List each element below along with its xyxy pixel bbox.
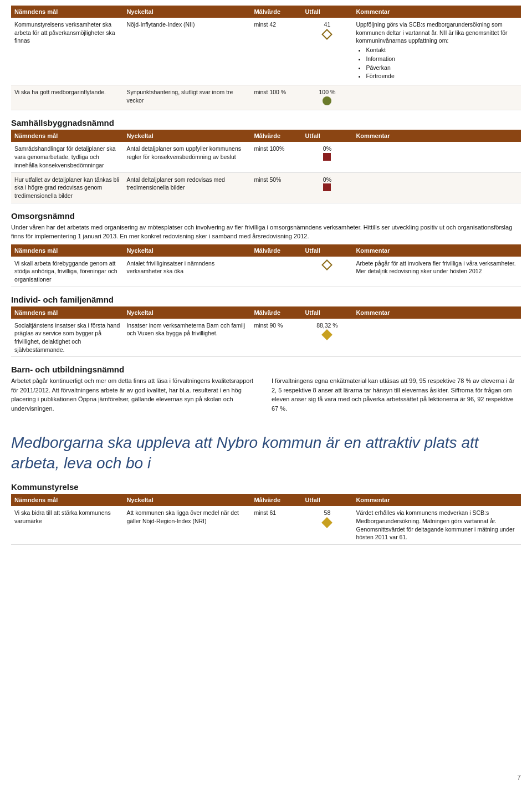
header-utfall: Utfall — [301, 130, 352, 142]
indicator-diamond-outline-2 — [321, 259, 332, 270]
malvarde-cell: minst 90 % — [250, 319, 301, 357]
individ-table: Nämndens mål Nyckeltal Målvärde Utfall K… — [11, 306, 521, 357]
barn-utbildning-content: Arbetet pågår kontinuerligt och mer om d… — [11, 376, 521, 416]
header-kommentar: Kommentar — [352, 494, 521, 506]
utfall-cell: 88,32 % — [301, 319, 352, 357]
nyckeltal-cell: Antal deltaljplaner som redovisas med tr… — [123, 172, 250, 203]
samhallsbyggnad-table: Nämndens mål Nyckeltal Målvärde Utfall K… — [11, 130, 521, 203]
kommentar-cell: Värdet erhålles via kommunens medverkan … — [352, 506, 521, 544]
barn-utbildning-left-text: Arbetet pågår kontinuerligt och mer om d… — [11, 376, 260, 413]
utfall-cell: 41 — [301, 18, 352, 85]
table-row: Vi ska ha gott medborgarinflytande. Synp… — [11, 85, 521, 110]
malvarde-cell: minst 100% — [250, 142, 301, 172]
header-utfall: Utfall — [301, 244, 352, 257]
omsorg-heading: Omsorgsnämnd — [11, 211, 521, 221]
indicator-square-red-2 — [323, 183, 331, 191]
header-mal: Nämndens mål — [11, 494, 123, 506]
malvarde-cell: minst 61 — [250, 506, 301, 544]
utfall-cell: 0% — [301, 142, 352, 172]
header-kommentar: Kommentar — [352, 306, 521, 319]
table-row: Vi ska bidra till att stärka kommunens v… — [11, 506, 521, 544]
kommentar-cell: Arbete pågår för att involvera fler friv… — [352, 257, 521, 287]
mal-cell: Vi ska ha gott medborgarinflytande. — [11, 85, 123, 110]
list-item: Kontakt — [366, 46, 518, 55]
omsorg-intro: Under våren har det arbetats med organis… — [11, 223, 521, 241]
omsorg-table: Nämndens mål Nyckeltal Målvärde Utfall K… — [11, 244, 521, 287]
nyckeltal-cell: Insatser inom verksamheterna Barn och fa… — [123, 319, 250, 357]
mal-cell: Vi ska bidra till att stärka kommunens v… — [11, 506, 123, 544]
nyckeltal-cell: Antal detaljplaner som uppfyller kommune… — [123, 142, 250, 172]
header-kommentar: Kommentar — [352, 6, 521, 18]
table-row: Hur utfallet av detaljplaner kan tänkas … — [11, 172, 521, 203]
indicator-square-red — [323, 153, 331, 161]
kommunstyrelse-top-table: Nämndens mål Nyckeltal Målvärde Utfall K… — [11, 6, 521, 110]
kommunstyrelse-bottom-heading: Kommunstyrelse — [11, 482, 521, 492]
header-utfall: Utfall — [301, 494, 352, 506]
barn-utbildning-right: I förvaltningens egna enkätmaterial kan … — [272, 376, 521, 416]
nyckeltal-cell: Antalet frivilliginsatser i nämndens ver… — [123, 257, 250, 287]
header-nyckeltal: Nyckeltal — [123, 494, 250, 506]
header-nyckeltal: Nyckeltal — [123, 306, 250, 319]
indicator-diamond-outline — [321, 29, 332, 40]
header-utfall: Utfall — [301, 306, 352, 319]
header-malvarde: Målvärde — [250, 306, 301, 319]
mal-cell: Hur utfallet av detaljplaner kan tänkas … — [11, 172, 123, 203]
header-mal: Nämndens mål — [11, 130, 123, 142]
header-malvarde: Målvärde — [250, 130, 301, 142]
mal-cell: Samrådshandlingar för detaljplaner ska v… — [11, 142, 123, 172]
list-item: Information — [366, 55, 518, 64]
header-malvarde: Målvärde — [250, 6, 301, 18]
mal-cell: Vi skall arbeta förebyggande genom att s… — [11, 257, 123, 287]
header-nyckeltal: Nyckeltal — [123, 244, 250, 257]
indicator-diamond-filled — [321, 329, 332, 340]
big-headline: Medborgarna ska uppleva att Nybro kommun… — [11, 433, 521, 473]
header-kommentar: Kommentar — [352, 244, 521, 257]
list-item: Förtroende — [366, 72, 518, 81]
indicator-diamond-filled-2 — [321, 517, 332, 528]
nyckeltal-cell: Att kommunen ska ligga över medel när de… — [123, 506, 250, 544]
header-malvarde: Målvärde — [250, 494, 301, 506]
barn-utbildning-heading: Barn- och utbildningsnämnd — [11, 365, 521, 374]
barn-utbildning-left: Arbetet pågår kontinuerligt och mer om d… — [11, 376, 260, 416]
header-malvarde: Målvärde — [250, 244, 301, 257]
header-nyckeltal: Nyckeltal — [123, 6, 250, 18]
header-mal: Nämndens mål — [11, 306, 123, 319]
malvarde-cell: minst 50% — [250, 172, 301, 203]
header-kommentar: Kommentar — [352, 130, 521, 142]
nyckeltal-cell: Nöjd-Inflytande-Index (NII) — [123, 18, 250, 85]
kommentar-cell — [352, 319, 521, 357]
table-row: Samrådshandlingar för detaljplaner ska v… — [11, 142, 521, 172]
malvarde-cell — [250, 257, 301, 287]
header-utfall: Utfall — [301, 6, 352, 18]
mal-cell: Socialtjänstens insatser ska i första ha… — [11, 319, 123, 357]
kommentar-cell — [352, 85, 521, 110]
utfall-cell: 100 % — [301, 85, 352, 110]
indicator-circle-olive — [323, 96, 331, 105]
individ-heading: Individ- och familjenämnd — [11, 295, 521, 304]
mal-cell: Kommunstyrelsens verksamheter ska arbeta… — [11, 18, 123, 85]
utfall-cell: 0% — [301, 172, 352, 203]
list-item: Påverkan — [366, 64, 518, 73]
header-nyckeltal: Nyckeltal — [123, 130, 250, 142]
header-mal: Nämndens mål — [11, 6, 123, 18]
samhallsbyggnad-heading: Samhällsbyggnadsnämnd — [11, 118, 521, 127]
table-row: Vi skall arbeta förebyggande genom att s… — [11, 257, 521, 287]
barn-utbildning-right-text: I förvaltningens egna enkätmaterial kan … — [272, 376, 521, 413]
nyckeltal-cell: Synpunktshantering, slutligt svar inom t… — [123, 85, 250, 110]
table-row: Kommunstyrelsens verksamheter ska arbeta… — [11, 18, 521, 85]
table-row: Socialtjänstens insatser ska i första ha… — [11, 319, 521, 357]
kommentar-cell — [352, 172, 521, 203]
header-mal: Nämndens mål — [11, 244, 123, 257]
malvarde-cell: minst 100 % — [250, 85, 301, 110]
kommentar-cell — [352, 142, 521, 172]
kommentar-cell: Uppföljning görs via SCB:s medborgarunde… — [352, 18, 521, 85]
utfall-cell — [301, 257, 352, 287]
kommunstyrelse-bottom-table: Nämndens mål Nyckeltal Målvärde Utfall K… — [11, 494, 521, 545]
malvarde-cell: minst 42 — [250, 18, 301, 85]
utfall-cell: 58 — [301, 506, 352, 544]
